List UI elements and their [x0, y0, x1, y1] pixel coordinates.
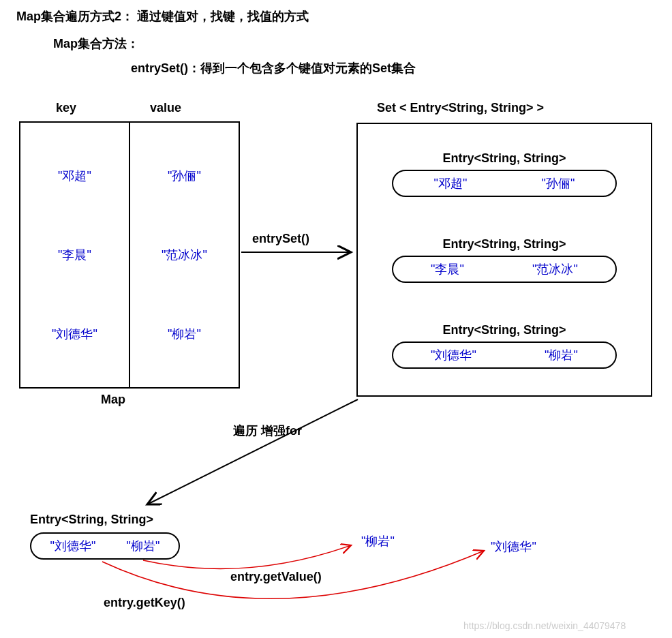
entry-group-1: Entry<String, String> "李晨" "范冰冰" [365, 237, 644, 283]
map-key-2: "刘德华" [52, 326, 97, 342]
iterate-label: 遍历 增强for [233, 423, 302, 439]
iterate-arrow [147, 399, 358, 504]
map-value-1: "范冰冰" [162, 247, 207, 263]
entry-group-2: Entry<String, String> "刘德华" "柳岩" [365, 323, 644, 369]
entry-key-1: "李晨" [431, 261, 464, 277]
watermark: https://blog.csdn.net/weixin_44079478 [463, 620, 626, 631]
getvalue-label: entry.getValue() [230, 570, 322, 584]
entry-key-2: "刘德华" [431, 347, 476, 363]
entry-type-2: Entry<String, String> [365, 323, 644, 337]
entry-value-0: "孙俪" [542, 175, 575, 192]
key-result: "刘德华" [491, 538, 536, 555]
entry-type-0: Entry<String, String> [365, 151, 644, 166]
map-box: "邓超" "李晨" "刘德华" "孙俪" "范冰冰" "柳岩" [19, 121, 240, 389]
map-label: Map [101, 393, 125, 407]
entry-pill-0: "邓超" "孙俪" [392, 170, 617, 197]
map-value-0: "孙俪" [168, 168, 201, 184]
bottom-pill: "刘德华" "柳岩" [30, 532, 180, 560]
bottom-key: "刘德华" [50, 538, 96, 554]
entryset-label: entrySet() [252, 232, 309, 246]
bottom-entry-type: Entry<String, String> [30, 513, 180, 527]
bottom-value: "柳岩" [127, 538, 160, 554]
set-box: Entry<String, String> "邓超" "孙俪" Entry<St… [356, 123, 652, 397]
map-key-1: "李晨" [58, 247, 91, 263]
map-key-column: "邓超" "李晨" "刘德华" [20, 123, 129, 387]
map-value-column: "孙俪" "范冰冰" "柳岩" [130, 123, 239, 387]
title-line-1: Map集合遍历方式2： 通过键值对，找键，找值的方式 [16, 8, 309, 25]
value-header: value [150, 101, 181, 115]
entry-value-2: "柳岩" [545, 347, 578, 363]
map-value-2: "柳岩" [168, 326, 201, 342]
entry-group-0: Entry<String, String> "邓超" "孙俪" [365, 151, 644, 197]
getkey-label: entry.getKey() [104, 596, 185, 610]
title-line-3: entrySet()：得到一个包含多个键值对元素的Set集合 [131, 60, 416, 76]
set-header: Set < Entry<String, String> > [377, 101, 544, 115]
entry-type-1: Entry<String, String> [365, 237, 644, 252]
value-result: "柳岩" [361, 533, 395, 549]
key-header: key [56, 101, 76, 115]
title-line-2: Map集合方法： [53, 35, 139, 52]
entry-pill-1: "李晨" "范冰冰" [392, 256, 617, 283]
map-key-0: "邓超" [58, 168, 91, 184]
entry-value-1: "范冰冰" [532, 261, 578, 277]
entry-key-0: "邓超" [434, 175, 468, 192]
bottom-entry: Entry<String, String> "刘德华" "柳岩" [30, 513, 180, 560]
entry-pill-2: "刘德华" "柳岩" [392, 341, 617, 369]
